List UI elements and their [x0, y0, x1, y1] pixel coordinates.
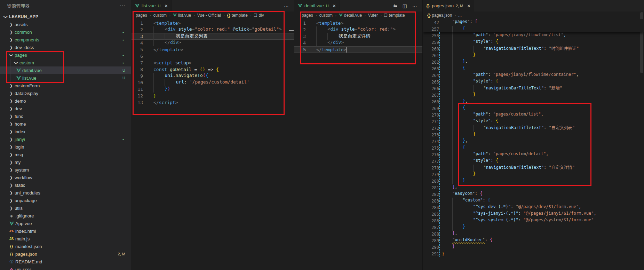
- code-area[interactable]: 1<template>2<div style="color: red;" @cl…: [132, 19, 294, 270]
- explorer-item-common[interactable]: ❯common●: [0, 28, 131, 36]
- explorer-more-actions-icon[interactable]: ⋯: [120, 0, 125, 12]
- explorer-item-pages[interactable]: ❯pages●: [0, 51, 131, 59]
- breadcrumb-item-pages[interactable]: pages: [136, 13, 147, 18]
- indent-guide: [463, 32, 473, 39]
- explorer-item-home[interactable]: ❯home: [0, 120, 131, 128]
- code-area[interactable]: 1<template>2<div style="color: red;">3我是…: [294, 19, 422, 270]
- code-area[interactable]: 42"pages": [257{258"path": "pages/jianyi…: [423, 19, 644, 270]
- explorer-item-index[interactable]: ❯index: [0, 128, 131, 135]
- breadcrumb-item-custom[interactable]: custom: [153, 13, 167, 18]
- explorer-item-list.vue[interactable]: list.vueU: [0, 74, 131, 82]
- explorer-item-dev_docs[interactable]: ❯dev_docs: [0, 43, 131, 51]
- explorer-item-workflow[interactable]: ❯workflow: [0, 174, 131, 181]
- breadcrumb-item-Vue - Official[interactable]: Vue - Official: [197, 13, 221, 18]
- explorer-item-msg[interactable]: ❯msg: [0, 151, 131, 158]
- indent-guide: [442, 145, 452, 151]
- code-line-287: 287}: [423, 224, 644, 231]
- indent-guide: [442, 32, 452, 39]
- explorer-item-README.md[interactable]: ⓘREADME.md: [0, 258, 131, 265]
- breadcrumb-item-pages[interactable]: pages: [302, 13, 313, 18]
- explorer-item-index.html[interactable]: <>index.html: [0, 227, 131, 235]
- code-line-279: 279}: [423, 171, 644, 178]
- explorer-item-manifest.json[interactable]: {}manifest.json: [0, 243, 131, 250]
- explorer-item-pages.json[interactable]: {}pages.json2, M: [0, 250, 131, 258]
- indent-guide: [463, 85, 473, 92]
- explorer-item-unpackage[interactable]: ❯unpackage: [0, 197, 131, 204]
- file-icon: JS: [8, 237, 15, 241]
- folder-chevron-icon: ❯: [8, 160, 14, 165]
- breadcrumb-item-detail.vue[interactable]: detail.vue: [339, 13, 362, 18]
- explorer-item-main.js[interactable]: JSmain.js: [0, 235, 131, 243]
- code-line-271: 271"style": {: [423, 118, 644, 125]
- explorer-item-func[interactable]: ❯func: [0, 112, 131, 120]
- indent-guide: [442, 112, 452, 118]
- compare-changes-icon[interactable]: ⇆: [393, 3, 397, 8]
- explorer-item-dev[interactable]: ❯dev: [0, 105, 131, 112]
- vue-icon: [339, 14, 343, 17]
- indent-guide: [316, 33, 327, 40]
- explorer-item-utils[interactable]: ❯utils: [0, 204, 131, 212]
- explorer-item-.gitignore[interactable]: ◈.gitignore: [0, 212, 131, 220]
- breadcrumb-item-Vuter[interactable]: Vuter: [368, 13, 378, 18]
- folder-chevron-icon: ❯: [8, 152, 14, 157]
- folder-chevron-icon: ❯: [8, 191, 14, 195]
- file-icon: [8, 221, 15, 226]
- explorer-item-LEARUN_APP[interactable]: ❯LEARUN_APP: [0, 13, 131, 21]
- explorer-item-uni.scss[interactable]: ❖uni.scss: [0, 265, 131, 270]
- code-line-261: 261}: [423, 52, 644, 59]
- folder-chevron-icon: ❯: [8, 114, 14, 119]
- tab-pages.json[interactable]: {} pages.json 2, M ✕: [423, 0, 474, 11]
- breadcrumb-item-list.vue[interactable]: list.vue: [173, 13, 191, 18]
- close-icon[interactable]: ✕: [164, 3, 168, 8]
- code-line-262: 262},: [423, 59, 644, 65]
- explorer-item-uni_modules[interactable]: ❯uni_modules: [0, 189, 131, 197]
- indent-guide: [463, 165, 473, 171]
- explorer-item-components[interactable]: ❯components●: [0, 36, 131, 43]
- indent-guide: [153, 86, 165, 93]
- indent-guide: [452, 224, 463, 231]
- explorer-title: 资源管理器: [0, 0, 131, 12]
- vue-icon: [298, 4, 302, 8]
- tab-bar: detail.vue U ✕ ⇆◫⋯: [294, 0, 422, 11]
- explorer-item-my[interactable]: ❯my: [0, 158, 131, 166]
- file-icon: [15, 76, 22, 80]
- tab-detail.vue[interactable]: detail.vue U ✕: [294, 0, 340, 11]
- explorer-item-App.vue[interactable]: App.vue: [0, 220, 131, 227]
- breadcrumb-item-template[interactable]: ❒template: [384, 13, 405, 18]
- explorer-item-customForm[interactable]: ❯customForm: [0, 82, 131, 89]
- split-editor-icon[interactable]: ◫: [403, 3, 407, 9]
- indent-guide: [452, 125, 463, 132]
- explorer-item-login[interactable]: ❯login: [0, 143, 131, 151]
- explorer-item-system[interactable]: ❯system: [0, 166, 131, 174]
- braces-icon: {}: [10, 244, 13, 248]
- explorer-item-jianyi[interactable]: ❯jianyi●: [0, 135, 131, 143]
- indent-guide: [452, 151, 463, 158]
- indent-guide: [463, 118, 473, 125]
- indent-guide: [452, 112, 463, 118]
- breadcrumb-item-pages.json[interactable]: {}pages.json: [427, 13, 452, 18]
- breadcrumb-item-div[interactable]: ❒div: [254, 13, 264, 18]
- code-line-282: 282"easycom": {: [423, 191, 644, 198]
- symbol-cube-icon: ❒: [254, 13, 257, 18]
- ellipsis-icon[interactable]: ⋯: [284, 3, 289, 9]
- explorer-item-demo[interactable]: ❯demo: [0, 97, 131, 105]
- close-icon[interactable]: ✕: [467, 3, 470, 8]
- explorer-item-custom[interactable]: ❯custom●: [0, 59, 131, 66]
- explorer-item-assets[interactable]: ❯assets: [0, 21, 131, 28]
- folder-chevron-icon: ❯: [8, 22, 14, 27]
- tab-bar: list.vue U ✕ ⋯: [132, 0, 294, 11]
- explorer-item-static[interactable]: ❯static: [0, 181, 131, 189]
- code-line-283: 283"custom": {: [423, 198, 644, 204]
- indent-guide: [463, 125, 473, 132]
- breadcrumb-item-custom[interactable]: custom: [319, 13, 333, 18]
- close-icon[interactable]: ✕: [333, 3, 336, 8]
- folder-chevron-icon: ❯: [3, 14, 8, 19]
- explorer-item-dataDisplay[interactable]: ❯dataDisplay: [0, 89, 131, 97]
- explorer-item-detail.vue[interactable]: detail.vueU: [0, 66, 131, 74]
- indent-guide: [452, 59, 463, 65]
- tab-list.vue[interactable]: list.vue U ✕: [132, 0, 172, 11]
- indent-guide: [442, 165, 452, 171]
- breadcrumb-item-...[interactable]: ...: [458, 13, 462, 18]
- ellipsis-icon[interactable]: ⋯: [412, 3, 417, 9]
- breadcrumb-item-template[interactable]: {}template: [227, 13, 247, 18]
